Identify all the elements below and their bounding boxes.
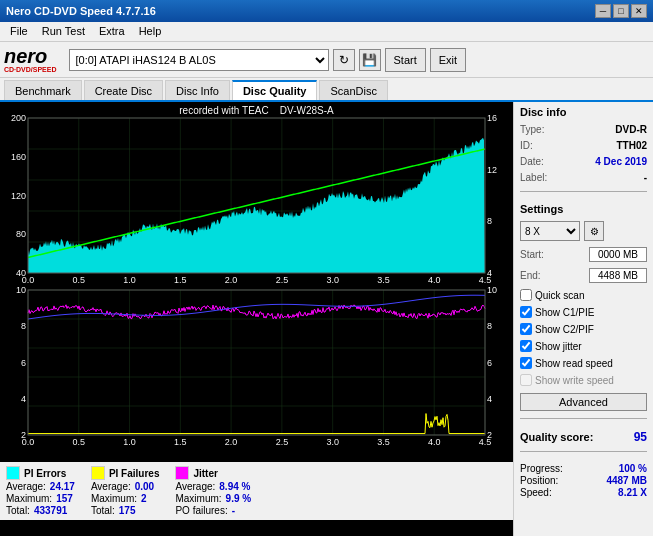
pi-errors-avg-row: Average: 24.17: [6, 481, 75, 492]
show-c2pif-checkbox[interactable]: [520, 323, 532, 335]
disc-type-label: Type:: [520, 124, 544, 135]
show-write-row: Show write speed: [520, 374, 647, 386]
speed-row: 8 X ⚙: [520, 221, 647, 241]
refresh-icon[interactable]: ↻: [333, 49, 355, 71]
progress-value: 100 %: [619, 463, 647, 474]
end-label: End:: [520, 270, 541, 281]
pi-failures-avg-label: Average:: [91, 481, 131, 492]
window-controls: ─ □ ✕: [595, 4, 647, 18]
tab-scandisc[interactable]: ScanDisc: [319, 80, 387, 100]
save-icon[interactable]: 💾: [359, 49, 381, 71]
pi-failures-avg-row: Average: 0.00: [91, 481, 160, 492]
nero-logo: nero: [4, 46, 47, 66]
show-jitter-label: Show jitter: [535, 341, 582, 352]
tab-disc-quality[interactable]: Disc Quality: [232, 80, 318, 100]
show-write-label: Show write speed: [535, 375, 614, 386]
disc-type-row: Type: DVD-R: [520, 124, 647, 135]
start-row: Start: 0000 MB: [520, 247, 647, 262]
pi-errors-total-value: 433791: [34, 505, 67, 516]
pi-failures-max-label: Maximum:: [91, 493, 137, 504]
logo: nero CD·DVD/SPEED: [4, 46, 57, 73]
disc-id-row: ID: TTH02: [520, 140, 647, 151]
app-title: Nero CD-DVD Speed 4.7.7.16: [6, 5, 156, 17]
quick-scan-checkbox[interactable]: [520, 289, 532, 301]
menu-help[interactable]: Help: [133, 24, 168, 39]
speed-label: Speed:: [520, 487, 552, 498]
pi-errors-max-row: Maximum: 157: [6, 493, 75, 504]
show-c1pie-checkbox[interactable]: [520, 306, 532, 318]
menu-file[interactable]: File: [4, 24, 34, 39]
disc-info-title: Disc info: [520, 106, 647, 118]
menu-run-test[interactable]: Run Test: [36, 24, 91, 39]
pi-failures-total-row: Total: 175: [91, 505, 160, 516]
tab-create-disc[interactable]: Create Disc: [84, 80, 163, 100]
pi-failures-total-label: Total:: [91, 505, 115, 516]
position-row: Position: 4487 MB: [520, 475, 647, 486]
quick-scan-row: Quick scan: [520, 289, 647, 301]
sidebar: Disc info Type: DVD-R ID: TTH02 Date: 4 …: [513, 102, 653, 536]
legend-jitter: Jitter Average: 8.94 % Maximum: 9.9 % PO…: [175, 466, 251, 516]
pi-failures-color: [91, 466, 105, 480]
show-read-label: Show read speed: [535, 358, 613, 369]
show-read-checkbox[interactable]: [520, 357, 532, 369]
disc-date-row: Date: 4 Dec 2019: [520, 156, 647, 167]
title-bar-text: Nero CD-DVD Speed 4.7.7.16: [6, 5, 156, 17]
jitter-label: Jitter: [193, 468, 217, 479]
legend-pi-errors-header: PI Errors: [6, 466, 75, 480]
close-button[interactable]: ✕: [631, 4, 647, 18]
disc-label-row: Label: -: [520, 172, 647, 183]
chart-canvas: [0, 102, 513, 462]
progress-row: Progress: 100 %: [520, 463, 647, 474]
pi-errors-color: [6, 466, 20, 480]
jitter-max-value: 9.9 %: [226, 493, 252, 504]
jitter-avg-label: Average:: [175, 481, 215, 492]
exit-button[interactable]: Exit: [430, 48, 466, 72]
minimize-button[interactable]: ─: [595, 4, 611, 18]
jitter-max-label: Maximum:: [175, 493, 221, 504]
pi-failures-label: PI Failures: [109, 468, 160, 479]
start-label: Start:: [520, 249, 544, 260]
menu-extra[interactable]: Extra: [93, 24, 131, 39]
pi-errors-max-value: 157: [56, 493, 73, 504]
show-jitter-checkbox[interactable]: [520, 340, 532, 352]
tab-disc-info[interactable]: Disc Info: [165, 80, 230, 100]
separator-2: [520, 418, 647, 419]
tab-benchmark[interactable]: Benchmark: [4, 80, 82, 100]
speed-value: 8.21 X: [618, 487, 647, 498]
jitter-avg-value: 8.94 %: [219, 481, 250, 492]
nero-sub: CD·DVD/SPEED: [4, 66, 57, 73]
maximize-button[interactable]: □: [613, 4, 629, 18]
advanced-button[interactable]: Advanced: [520, 393, 647, 411]
show-jitter-row: Show jitter: [520, 340, 647, 352]
show-c2pif-label: Show C2/PIF: [535, 324, 594, 335]
pi-failures-max-value: 2: [141, 493, 147, 504]
show-c1pie-label: Show C1/PIE: [535, 307, 594, 318]
position-label: Position:: [520, 475, 558, 486]
start-button[interactable]: Start: [385, 48, 426, 72]
jitter-color: [175, 466, 189, 480]
progress-section: Progress: 100 % Position: 4487 MB Speed:…: [520, 463, 647, 499]
pi-errors-avg-value: 24.17: [50, 481, 75, 492]
start-value: 0000 MB: [589, 247, 647, 262]
menu-bar: File Run Test Extra Help: [0, 22, 653, 42]
jitter-total-label: PO failures:: [175, 505, 227, 516]
disc-date-value: 4 Dec 2019: [595, 156, 647, 167]
end-value: 4488 MB: [589, 268, 647, 283]
jitter-max-row: Maximum: 9.9 %: [175, 493, 251, 504]
pi-errors-total-label: Total:: [6, 505, 30, 516]
drive-select[interactable]: [0:0] ATAPI iHAS124 B AL0S: [69, 49, 329, 71]
end-row: End: 4488 MB: [520, 268, 647, 283]
legend-pi-failures: PI Failures Average: 0.00 Maximum: 2 Tot…: [91, 466, 160, 516]
jitter-avg-row: Average: 8.94 %: [175, 481, 251, 492]
legend-pi-failures-header: PI Failures: [91, 466, 160, 480]
settings-icon[interactable]: ⚙: [584, 221, 604, 241]
disc-type-value: DVD-R: [615, 124, 647, 135]
position-value: 4487 MB: [606, 475, 647, 486]
speed-select[interactable]: 8 X: [520, 221, 580, 241]
legend-area: PI Errors Average: 24.17 Maximum: 157 To…: [0, 462, 513, 520]
disc-label-value: -: [644, 172, 647, 183]
pi-failures-total-value: 175: [119, 505, 136, 516]
show-write-checkbox[interactable]: [520, 374, 532, 386]
tabs-bar: Benchmark Create Disc Disc Info Disc Qua…: [0, 78, 653, 102]
disc-label-label: Label:: [520, 172, 547, 183]
